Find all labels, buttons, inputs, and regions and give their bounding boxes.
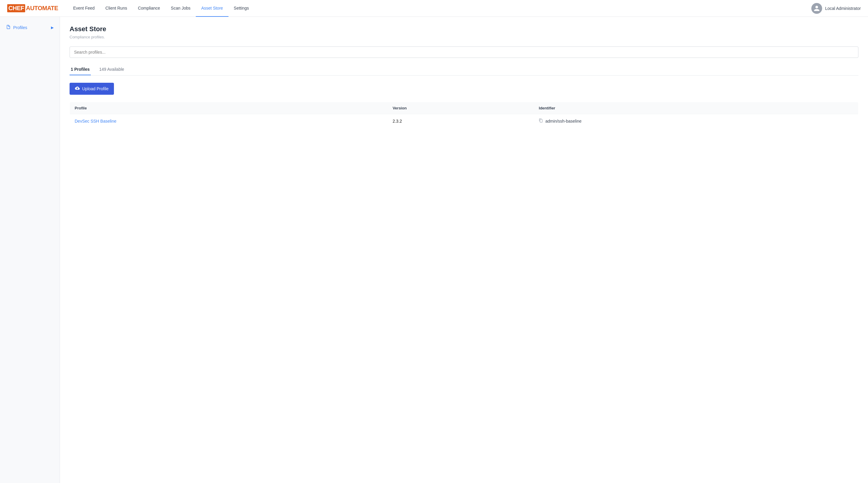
profiles-icon: [6, 25, 11, 31]
tabs: 1 Profiles 149 Available: [69, 64, 859, 76]
upload-profile-button[interactable]: Upload Profile: [69, 83, 114, 95]
sidebar-item-profiles[interactable]: Profiles ▶: [0, 22, 60, 34]
table-header: Profile Version Identifier: [70, 102, 859, 114]
search-input[interactable]: [69, 47, 859, 58]
profile-name-cell: DevSec SSH Baseline: [70, 114, 388, 128]
nav-link-settings[interactable]: Settings: [228, 0, 254, 17]
column-header-identifier: Identifier: [534, 102, 858, 114]
nav-link-scan-jobs[interactable]: Scan Jobs: [165, 0, 196, 17]
upload-button-label: Upload Profile: [82, 86, 108, 91]
page-subtitle: Compliance profiles.: [69, 35, 859, 39]
app-layout: Profiles ▶ Asset Store Compliance profil…: [0, 17, 868, 483]
logo: CHEFAUTOMATE: [7, 4, 58, 12]
main-content: Asset Store Compliance profiles. 1 Profi…: [60, 17, 868, 483]
content-panel: Asset Store Compliance profiles. 1 Profi…: [60, 17, 868, 483]
nav-right: Local Administrator: [811, 3, 861, 14]
identifier-cell: admin/ssh-baseline: [534, 114, 858, 128]
profile-link[interactable]: DevSec SSH Baseline: [75, 119, 116, 123]
top-navigation: CHEFAUTOMATE Event FeedClient RunsCompli…: [0, 0, 868, 17]
nav-link-compliance[interactable]: Compliance: [132, 0, 165, 17]
profiles-table: Profile Version Identifier DevSec SSH Ba…: [69, 102, 859, 128]
user-avatar: [811, 3, 822, 14]
table-row: DevSec SSH Baseline 2.3.2 admin/ssh-base…: [70, 114, 859, 128]
sidebar: Profiles ▶: [0, 17, 60, 483]
tab-available-profiles[interactable]: 149 Available: [98, 64, 125, 75]
copy-icon[interactable]: [539, 118, 543, 123]
column-header-version: Version: [388, 102, 534, 114]
logo-automate: AUTOMATE: [26, 5, 58, 12]
nav-link-client-runs[interactable]: Client Runs: [100, 0, 132, 17]
tab-installed-profiles[interactable]: 1 Profiles: [69, 64, 91, 75]
page-title: Asset Store: [69, 25, 859, 33]
user-name: Local Administrator: [825, 6, 861, 11]
column-header-profile: Profile: [70, 102, 388, 114]
version-cell: 2.3.2: [388, 114, 534, 128]
identifier-value: admin/ssh-baseline: [546, 119, 582, 123]
upload-cloud-icon: [75, 86, 80, 92]
table-body: DevSec SSH Baseline 2.3.2 admin/ssh-base…: [70, 114, 859, 128]
nav-links: Event FeedClient RunsComplianceScan Jobs…: [68, 0, 811, 17]
sidebar-item-label: Profiles: [13, 25, 27, 30]
logo-chef: CHEF: [7, 4, 25, 12]
nav-link-event-feed[interactable]: Event Feed: [68, 0, 100, 17]
chevron-right-icon: ▶: [51, 26, 54, 30]
nav-link-asset-store[interactable]: Asset Store: [196, 0, 228, 17]
